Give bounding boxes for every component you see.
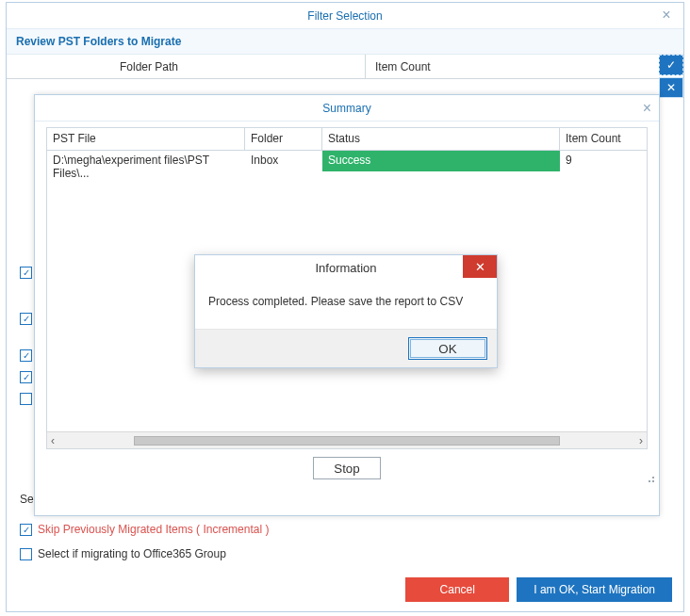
information-title: Information [315, 261, 376, 275]
deselect-all-icon[interactable]: ✕ [659, 77, 683, 98]
summary-table-header: PST File Folder Status Item Count [47, 128, 647, 151]
horizontal-scrollbar[interactable]: ‹ › [47, 431, 647, 448]
dialog-footer: Cancel I am OK, Start Migration [405, 577, 672, 602]
close-icon[interactable]: × [657, 7, 676, 25]
column-folder-path: Folder Path [63, 60, 365, 73]
skip-checkbox[interactable]: ✓ [20, 524, 32, 536]
select-all-icon[interactable]: ✓ [659, 55, 683, 75]
cell-folder: Inbox [245, 151, 322, 171]
checkbox-row-3[interactable]: ✓ [20, 349, 32, 362]
information-footer: OK [195, 330, 497, 367]
left-checkbox-column: ✓ ✓ ✓ ✓ [20, 267, 32, 405]
cell-count: 9 [560, 151, 647, 171]
checkbox-row-5[interactable] [20, 393, 32, 405]
stop-button[interactable]: Stop [313, 457, 381, 479]
column-folder: Folder [245, 128, 322, 150]
folder-table-header: Folder Path Item Count ✓ ✕ [7, 55, 683, 79]
skip-label: Skip Previously Migrated Items ( Increme… [38, 523, 269, 536]
information-dialog: Information ✕ Process completed. Please … [194, 254, 498, 368]
close-icon[interactable]: ✕ [463, 255, 497, 278]
summary-footer: Stop [35, 449, 659, 487]
information-message: Process completed. Please save the repor… [195, 280, 497, 330]
office365-label: Select if migrating to Office365 Group [38, 547, 226, 560]
cell-status: Success [322, 151, 560, 171]
filter-selection-titlebar: Filter Selection × [7, 3, 683, 29]
office365-group-row[interactable]: Select if migrating to Office365 Group [20, 547, 226, 560]
start-migration-button[interactable]: I am OK, Start Migration [517, 577, 672, 602]
checkbox-row-1[interactable]: ✓ [20, 267, 32, 279]
column-item-count: Item Count [560, 128, 647, 150]
filter-selection-title: Filter Selection [307, 9, 382, 23]
resize-grip-icon[interactable] [644, 472, 655, 483]
checkbox-row-4[interactable]: ✓ [20, 371, 32, 383]
review-heading: Review PST Folders to Migrate [7, 29, 683, 55]
close-icon[interactable]: × [643, 100, 651, 117]
column-pst-file: PST File [47, 128, 245, 150]
summary-titlebar: Summary × [35, 95, 659, 122]
cell-pst: D:\megha\experiment files\PST Files\... [47, 151, 245, 171]
scroll-right-icon[interactable]: › [639, 434, 643, 447]
checkbox-row-2[interactable]: ✓ [20, 313, 32, 325]
column-status: Status [322, 128, 560, 150]
cancel-button[interactable]: Cancel [405, 577, 509, 602]
skip-previously-migrated-row[interactable]: ✓ Skip Previously Migrated Items ( Incre… [20, 523, 269, 536]
column-item-count: Item Count [365, 55, 683, 78]
office365-checkbox[interactable] [20, 548, 32, 560]
summary-title: Summary [322, 102, 370, 115]
scroll-left-icon[interactable]: ‹ [51, 434, 55, 447]
information-titlebar: Information ✕ [195, 255, 497, 280]
table-row: D:\megha\experiment files\PST Files\... … [47, 151, 647, 171]
ok-button[interactable]: OK [408, 337, 487, 360]
scrollbar-thumb[interactable] [134, 436, 560, 446]
